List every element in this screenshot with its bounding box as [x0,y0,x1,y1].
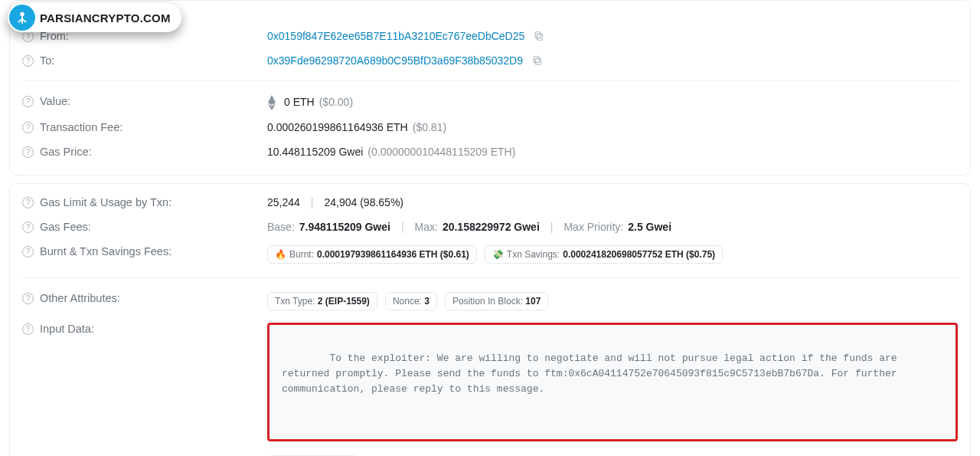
position-label: Position In Block: [452,296,523,307]
help-icon[interactable]: ? [22,323,34,335]
max-priority-label: Max Priority: [564,221,623,233]
max-label: Max: [415,221,438,233]
help-icon[interactable]: ? [22,197,34,208]
copy-icon[interactable] [532,55,543,66]
max-priority-value: 2.5 Gwei [628,221,671,233]
burnt-pill-label: Burnt: [289,249,314,260]
savings-pill: 💸 Txn Savings: 0.000241820698057752 ETH … [485,245,723,264]
help-icon[interactable]: ? [22,146,34,158]
to-label: To: [40,54,54,67]
burnt-pill: 🔥 Burnt: 0.000197939861164936 ETH ($0.61… [267,245,477,264]
gas-limit-label: Gas Limit & Usage by Txn: [40,196,172,208]
row-other-attrs: ? Other Attributes: Txn Type: 2 (EIP-155… [22,286,958,317]
brand-logo-icon [9,5,35,31]
divider [22,277,958,278]
input-data-textarea[interactable]: To the exploiter: We are willing to nego… [267,323,958,441]
gas-used-value: 24,904 (98.65%) [324,196,403,208]
help-icon[interactable]: ? [22,293,34,304]
help-icon[interactable]: ? [22,221,34,233]
position-value: 107 [525,296,541,307]
to-address-link[interactable]: 0x39Fde96298720A689b0C95BfD3a69F38b85032… [267,54,523,67]
fee-usd: ($0.81) [413,121,446,133]
row-input-data: ? Input Data: To the exploiter: We are w… [22,317,958,456]
txn-detail-card: ? Gas Limit & Usage by Txn: 25,244 | 24,… [9,183,971,456]
savings-pill-label: Txn Savings: [507,249,560,260]
position-pill: Position In Block: 107 [445,292,548,310]
resize-handle-icon[interactable] [945,428,954,438]
row-to: ? To: 0x39Fde96298720A689b0C95BfD3a69F38… [22,48,958,73]
txn-type-pill: Txn Type: 2 (EIP-1559) [267,292,377,310]
value-label: Value: [40,95,70,107]
txn-type-label: Txn Type: [275,296,315,307]
row-gas-limit: ? Gas Limit & Usage by Txn: 25,244 | 24,… [22,190,958,215]
help-icon[interactable]: ? [22,122,34,133]
nonce-label: Nonce: [393,296,422,307]
help-icon[interactable]: ? [22,96,34,107]
gas-fees-label: Gas Fees: [40,221,91,233]
copy-icon[interactable] [534,31,544,41]
value-amount: 0 ETH [284,96,315,108]
fire-icon: 🔥 [275,249,286,260]
svg-rect-4 [534,57,539,63]
base-value: 7.948115209 Gwei [299,221,390,233]
other-attrs-label: Other Attributes: [40,292,120,304]
row-value: ? Value: 0 ETH ($0.00) [22,89,958,115]
ethereum-icon [267,95,276,109]
nonce-pill: Nonce: 3 [385,292,437,310]
input-data-label: Input Data: [40,323,94,335]
separator: | [401,221,404,233]
svg-rect-3 [535,58,541,64]
gas-price-eth: (0.000000010448115209 ETH) [368,146,515,158]
gas-price-label: Gas Price: [40,146,92,158]
row-burnt: ? Burnt & Txn Savings Fees: 🔥 Burnt: 0.0… [22,239,958,270]
burnt-pill-value: 0.000197939861164936 ETH ($0.61) [317,249,469,260]
help-icon[interactable]: ? [22,55,34,67]
txn-type-value: 2 (EIP-1559) [318,296,370,307]
brand-watermark: PARSIANCRYPTO.COM [8,3,181,32]
help-icon[interactable]: ? [22,246,34,258]
svg-rect-2 [535,32,541,38]
gas-limit-value: 25,244 [267,196,300,208]
savings-pill-value: 0.000241820698057752 ETH ($0.75) [563,249,715,260]
fee-label: Transaction Fee: [40,121,122,133]
separator: | [311,196,314,208]
savings-icon: 💸 [492,249,504,260]
brand-text: PARSIANCRYPTO.COM [40,11,171,25]
burnt-label: Burnt & Txn Savings Fees: [40,245,172,258]
separator: | [550,221,554,233]
value-usd: ($0.00) [319,96,353,108]
max-value: 20.158229972 Gwei [443,221,540,233]
row-gas-fees: ? Gas Fees: Base: 7.948115209 Gwei | Max… [22,215,958,239]
gas-price-gwei: 10.448115209 Gwei [267,146,363,158]
fee-amount: 0.000260199861164936 ETH [267,121,408,133]
svg-rect-1 [537,34,543,40]
from-address-link[interactable]: 0x0159f847E62ee65B7E11bA3210Ec767eeDbCeD… [267,30,524,42]
row-gas-price: ? Gas Price: 10.448115209 Gwei (0.000000… [22,139,958,164]
divider [22,80,958,81]
nonce-value: 3 [424,296,430,307]
input-data-text: To the exploiter: We are willing to nego… [282,353,903,395]
base-label: Base: [267,221,295,233]
row-txn-fee: ? Transaction Fee: 0.000260199861164936 … [22,115,958,139]
